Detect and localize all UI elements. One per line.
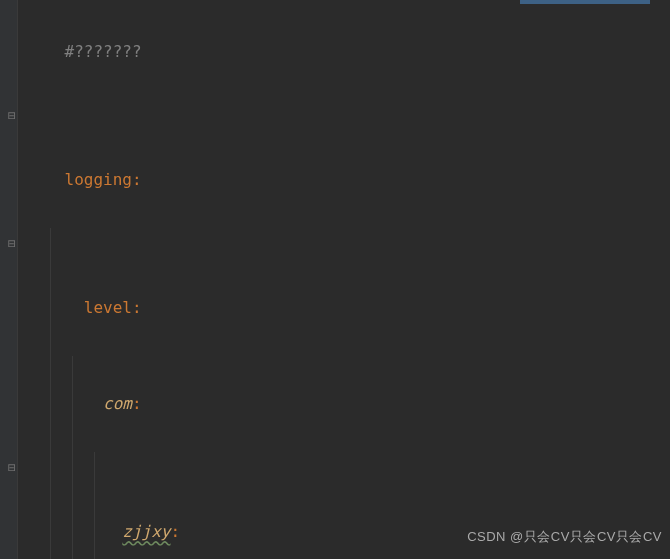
fold-icon[interactable]: ⊟ [6, 228, 18, 260]
fold-icon[interactable]: ⊟ [6, 100, 18, 132]
yaml-key: zjjxy [122, 522, 170, 541]
yaml-comment: #??????? [65, 42, 142, 61]
watermark: CSDN @只会CV只会CV只会CV [467, 521, 662, 553]
yaml-key: logging [65, 170, 132, 189]
yaml-key: level [84, 298, 132, 317]
code-line: ⊟ logging: [22, 100, 670, 228]
code-line: com: [22, 356, 670, 452]
code-line: #??????? [22, 4, 670, 100]
yaml-key: com [103, 394, 132, 413]
code-editor[interactable]: #??????? ⊟ logging: ⊟ level: com: ⊟ zjjx… [0, 0, 670, 559]
fold-icon[interactable]: ⊟ [6, 452, 18, 484]
code-line: ⊟ level: [22, 228, 670, 356]
